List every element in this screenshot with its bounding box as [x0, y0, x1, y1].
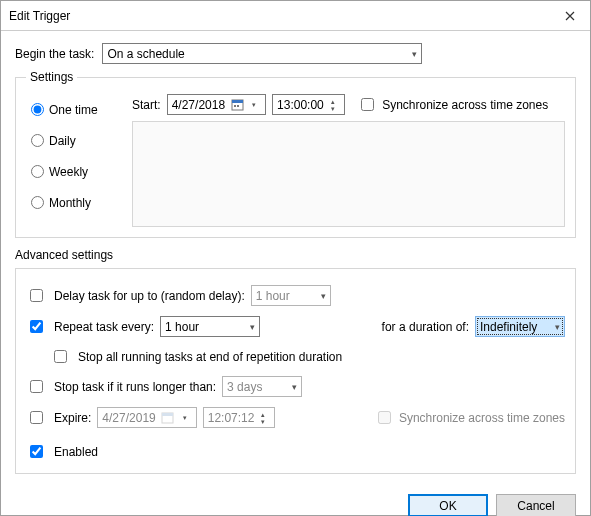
title-bar: Edit Trigger	[1, 1, 590, 31]
advanced-group: Delay task for up to (random delay): 1 h…	[15, 268, 576, 474]
delay-row: Delay task for up to (random delay): 1 h…	[26, 285, 565, 306]
window-title: Edit Trigger	[9, 9, 550, 23]
repeat-interval-value: 1 hour	[165, 320, 199, 334]
repeat-interval-select[interactable]: 1 hour ▾	[160, 316, 260, 337]
radio-one-time-label: One time	[49, 103, 98, 117]
sync-tz-checkbox[interactable]: Synchronize across time zones	[357, 95, 548, 114]
duration-label: for a duration of:	[382, 320, 469, 334]
start-date-value: 4/27/2018	[172, 98, 225, 112]
chevron-down-icon: ▾	[250, 322, 255, 332]
calendar-icon	[160, 410, 176, 426]
spinner-icon: ▴▾	[326, 98, 340, 112]
stop-longer-row: Stop task if it runs longer than: 3 days…	[26, 376, 565, 397]
expire-row: Expire: 4/27/2019 ▾ 12:07:12 ▴▾ Synchron…	[26, 407, 565, 428]
delay-select: 1 hour ▾	[251, 285, 331, 306]
schedule-details: Start: 4/27/2018 ▾ 13:00:00 ▴▾	[132, 94, 565, 227]
svg-rect-3	[237, 105, 239, 107]
begin-task-value: On a schedule	[107, 47, 184, 61]
radio-daily-label: Daily	[49, 134, 76, 148]
repeat-row: Repeat task every: 1 hour ▾ for a durati…	[26, 316, 565, 337]
delay-value: 1 hour	[256, 289, 290, 303]
stop-longer-checkbox[interactable]	[30, 380, 43, 393]
repeat-duration-select[interactable]: Indefinitely ▾	[475, 316, 565, 337]
expire-date-value: 4/27/2019	[102, 411, 155, 425]
chevron-down-icon: ▾	[412, 49, 417, 59]
stop-repetition-label: Stop all running tasks at end of repetit…	[78, 350, 342, 364]
begin-task-select[interactable]: On a schedule ▾	[102, 43, 422, 64]
frequency-radios: One time Daily Weekly Monthly	[26, 94, 126, 224]
cancel-button[interactable]: Cancel	[496, 494, 576, 516]
sync-tz-label: Synchronize across time zones	[382, 98, 548, 112]
svg-rect-1	[232, 100, 243, 103]
chevron-down-icon: ▾	[321, 291, 326, 301]
begin-task-row: Begin the task: On a schedule ▾	[15, 43, 576, 64]
calendar-icon	[229, 97, 245, 113]
stop-repetition-checkbox[interactable]	[54, 350, 67, 363]
svg-rect-2	[234, 105, 236, 107]
dialog-content: Begin the task: On a schedule ▾ Settings…	[1, 31, 590, 484]
stop-longer-select: 3 days ▾	[222, 376, 302, 397]
edit-trigger-window: Edit Trigger Begin the task: On a schedu…	[0, 0, 591, 516]
radio-weekly-input[interactable]	[31, 165, 44, 178]
delay-checkbox[interactable]	[30, 289, 43, 302]
ok-button[interactable]: OK	[408, 494, 488, 516]
repeat-label: Repeat task every:	[54, 320, 154, 334]
expire-label: Expire:	[54, 411, 91, 425]
enabled-row: Enabled	[26, 442, 565, 461]
expire-sync-tz: Synchronize across time zones	[374, 408, 565, 427]
delay-label: Delay task for up to (random delay):	[54, 289, 245, 303]
radio-weekly[interactable]: Weekly	[26, 162, 126, 179]
expire-checkbox[interactable]	[30, 411, 43, 424]
radio-one-time-input[interactable]	[31, 103, 44, 116]
expire-date-picker: 4/27/2019 ▾	[97, 407, 196, 428]
chevron-down-icon: ▾	[292, 382, 297, 392]
start-row: Start: 4/27/2018 ▾ 13:00:00 ▴▾	[132, 94, 565, 115]
enabled-checkbox[interactable]	[30, 445, 43, 458]
button-bar: OK Cancel	[1, 484, 590, 516]
radio-daily[interactable]: Daily	[26, 131, 126, 148]
close-icon	[565, 11, 575, 21]
enabled-label: Enabled	[54, 445, 98, 459]
radio-daily-input[interactable]	[31, 134, 44, 147]
radio-monthly-label: Monthly	[49, 196, 91, 210]
start-date-picker[interactable]: 4/27/2018 ▾	[167, 94, 266, 115]
repeat-duration-value: Indefinitely	[480, 320, 537, 334]
expire-sync-tz-label: Synchronize across time zones	[399, 411, 565, 425]
expire-sync-tz-input	[378, 411, 391, 424]
repeat-checkbox[interactable]	[30, 320, 43, 333]
chevron-down-icon: ▾	[555, 322, 560, 332]
stop-repetition-row: Stop all running tasks at end of repetit…	[50, 347, 565, 366]
schedule-detail-panel	[132, 121, 565, 227]
sync-tz-input[interactable]	[361, 98, 374, 111]
settings-group: Settings One time Daily Weekly Monthly S…	[15, 70, 576, 238]
spinner-icon: ▴▾	[256, 411, 270, 425]
expire-time-value: 12:07:12	[208, 411, 255, 425]
radio-monthly-input[interactable]	[31, 196, 44, 209]
stop-longer-value: 3 days	[227, 380, 262, 394]
settings-legend: Settings	[26, 70, 77, 84]
begin-task-label: Begin the task:	[15, 47, 94, 61]
start-label: Start:	[132, 98, 161, 112]
chevron-down-icon: ▾	[247, 101, 261, 109]
chevron-down-icon: ▾	[178, 414, 192, 422]
svg-rect-5	[162, 413, 173, 416]
expire-time-picker: 12:07:12 ▴▾	[203, 407, 276, 428]
start-time-picker[interactable]: 13:00:00 ▴▾	[272, 94, 345, 115]
advanced-heading: Advanced settings	[15, 248, 576, 262]
radio-monthly[interactable]: Monthly	[26, 193, 126, 210]
start-time-value: 13:00:00	[277, 98, 324, 112]
radio-one-time[interactable]: One time	[26, 100, 126, 117]
close-button[interactable]	[550, 1, 590, 31]
radio-weekly-label: Weekly	[49, 165, 88, 179]
stop-longer-label: Stop task if it runs longer than:	[54, 380, 216, 394]
